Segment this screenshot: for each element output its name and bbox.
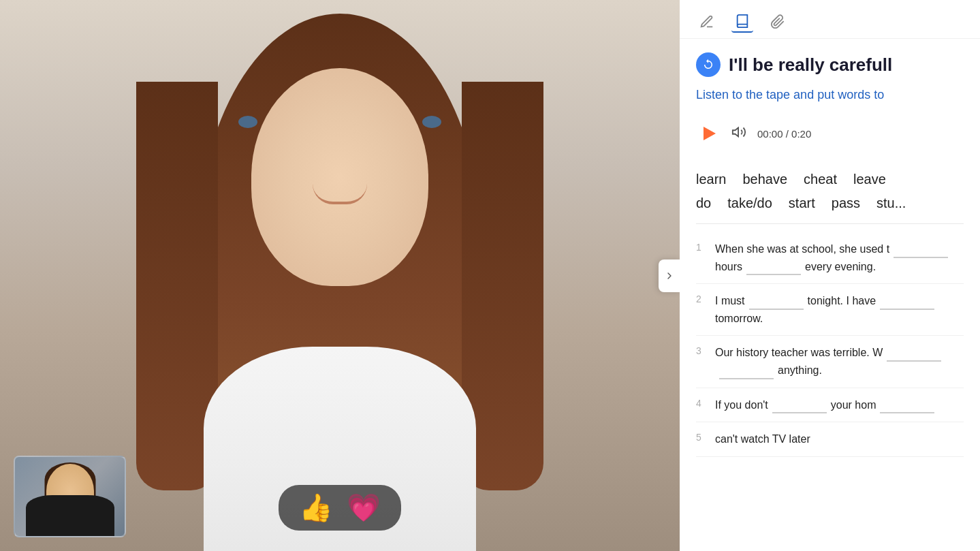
- exercise-text-1: When she was at school, she used thourse…: [715, 240, 964, 275]
- blank-4a[interactable]: [772, 401, 827, 413]
- word-row-1: learn behave cheat leave: [696, 168, 964, 191]
- exercise-text-3: Our history teacher was terrible. Wanyth…: [715, 344, 964, 379]
- blank-3a[interactable]: [887, 349, 941, 362]
- blank-2b[interactable]: [880, 298, 934, 310]
- self-view-thumbnail: [14, 456, 126, 537]
- blank-4b[interactable]: [880, 401, 934, 413]
- exercise-num-3: 3: [696, 344, 707, 356]
- pencil-icon: [699, 14, 714, 29]
- word-do[interactable]: do: [696, 191, 727, 215]
- exercise-3: 3 Our history teacher was terrible. Wany…: [696, 336, 964, 388]
- exercise-text-4: If you don'tyour hom: [715, 396, 938, 414]
- exercise-num-4: 4: [696, 396, 707, 409]
- face: [251, 68, 428, 286]
- lesson-icon: [696, 52, 721, 77]
- book-tab[interactable]: [731, 11, 753, 33]
- exercise-text-5: can't watch TV later: [715, 430, 810, 448]
- play-triangle-icon: [704, 127, 716, 140]
- heart-emoji[interactable]: 💗: [347, 492, 381, 524]
- exercise-1: 1 When she was at school, she used thour…: [696, 232, 964, 284]
- word-cheat[interactable]: cheat: [804, 168, 853, 191]
- divider: [696, 223, 964, 224]
- blank-1b[interactable]: [746, 263, 801, 275]
- emoji-reaction-bar: 👍 💗: [279, 485, 401, 531]
- current-time: 00:00: [757, 128, 783, 140]
- exercise-5: 5 can't watch TV later: [696, 422, 964, 457]
- word-learn[interactable]: learn: [696, 168, 742, 191]
- self-shirt: [26, 495, 114, 536]
- content-body: I'll be really carefull Listen to the ta…: [680, 39, 980, 551]
- video-panel: 👍 💗: [0, 0, 680, 551]
- word-bank: learn behave cheat leave do take/do star…: [696, 168, 964, 215]
- exercise-num-2: 2: [696, 292, 707, 304]
- word-behave[interactable]: behave: [742, 168, 804, 191]
- exercise-num-1: 1: [696, 240, 707, 253]
- word-start[interactable]: start: [789, 191, 832, 215]
- audio-player: 00:00 / 0:20: [696, 116, 964, 151]
- time-separator: /: [786, 128, 791, 140]
- toolbar: [680, 0, 980, 39]
- eye-right: [422, 116, 441, 128]
- volume-icon: [731, 125, 746, 140]
- paperclip-tab[interactable]: [767, 11, 789, 33]
- svg-marker-0: [733, 127, 738, 136]
- pencil-tab[interactable]: [696, 11, 718, 33]
- blank-2a[interactable]: [749, 298, 804, 310]
- audio-time: 00:00 / 0:20: [757, 128, 811, 140]
- thumbs-up-emoji[interactable]: 👍: [299, 492, 333, 524]
- word-stu[interactable]: stu...: [876, 191, 922, 215]
- exercise-text-2: I musttonight. I havetomorrow.: [715, 292, 964, 327]
- volume-button[interactable]: [731, 125, 746, 143]
- total-time: 0:20: [791, 128, 811, 140]
- word-leave[interactable]: leave: [853, 168, 902, 191]
- eye-left: [238, 116, 257, 128]
- lesson-title-text: I'll be really carefull: [729, 54, 892, 76]
- paperclip-icon: [770, 14, 785, 29]
- play-button[interactable]: [696, 121, 721, 146]
- expand-panel-button[interactable]: [659, 259, 680, 292]
- instruction-text: Listen to the tape and put words to: [696, 88, 964, 102]
- rotation-icon: [702, 59, 714, 71]
- exercises-list: 1 When she was at school, she used thour…: [696, 232, 964, 457]
- exercise-2: 2 I musttonight. I havetomorrow.: [696, 284, 964, 336]
- word-row-2: do take/do start pass stu...: [696, 191, 964, 215]
- exercise-4: 4 If you don'tyour hom: [696, 388, 964, 423]
- exercise-num-5: 5: [696, 430, 707, 443]
- blank-3b[interactable]: [719, 367, 774, 379]
- blank-1a[interactable]: [894, 246, 948, 258]
- word-take-do[interactable]: take/do: [727, 191, 789, 215]
- content-panel: I'll be really carefull Listen to the ta…: [680, 0, 980, 551]
- book-icon: [735, 14, 750, 29]
- chevron-right-icon: [664, 270, 675, 281]
- word-pass[interactable]: pass: [832, 191, 876, 215]
- lesson-title-row: I'll be really carefull: [696, 52, 964, 77]
